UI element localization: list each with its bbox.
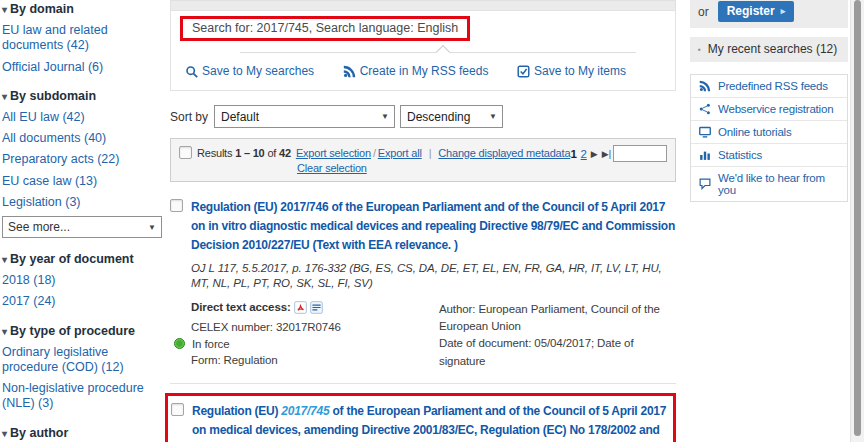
next-page-icon[interactable]: ▶ [591,149,598,159]
result-1-author: Author: European Parliament, Council of … [439,301,676,336]
facet-heading-by-year[interactable]: ▾By year of document [2,252,160,266]
webservice-registration-link[interactable]: Webservice registration [691,97,847,120]
collapse-notch-icon [436,45,450,59]
page-jump-input[interactable] [613,145,667,162]
vertical-scrollbar-track[interactable] [850,0,864,442]
sort-field-select[interactable]: Default ▼ [214,105,395,128]
online-tutorials-link[interactable]: Online tutorials [691,120,847,143]
last-page-icon[interactable]: ▶| [602,149,611,159]
facet-link-all-eu-law[interactable]: All EU law (42) [2,110,160,125]
my-recent-searches-button[interactable]: ▪ My recent searches (12) [690,37,848,62]
right-sidebar: or Register ▸ ▪ My recent searches (12) … [690,0,848,202]
result-1-status-label: In force [192,338,230,350]
see-more-select[interactable]: See more... ▼ [2,216,162,238]
result-1-checkbox[interactable] [170,199,183,212]
quick-link-label: Online tutorials [718,126,792,138]
in-force-status-icon [174,338,185,349]
facet-link-2017[interactable]: 2017 (24) [2,294,160,309]
facet-sidebar: ▾By domain EU law and related documents … [0,0,160,442]
clear-selection-link[interactable]: Clear selection [297,162,367,174]
save-to-my-items-button[interactable]: Save to My items [517,64,626,78]
collapse-triangle-icon: ▾ [2,91,7,102]
save-to-my-searches-button[interactable]: Save to My searches [185,64,314,78]
or-label: or [698,5,709,19]
page-2-link[interactable]: 2 [581,148,587,160]
result-1-title-link[interactable]: Regulation (EU) 2017/746 of the European… [191,200,675,252]
annotation-red-box-search: Search for: 2017/745, Search language: E… [180,16,470,41]
statistics-link[interactable]: Statistics [691,143,847,166]
my-recent-searches-label: My recent searches (12) [708,42,837,56]
facet-link-preparatory-acts[interactable]: Preparatory acts (22) [2,152,160,167]
facet-heading-by-subdomain[interactable]: ▾By subdomain [2,89,160,103]
search-term-highlight: 2017/745 [281,404,329,418]
facet-heading-label: By author [10,426,68,440]
result-1-content: Regulation (EU) 2017/746 of the European… [191,197,676,370]
result-1-status-row: In force [174,338,429,350]
slash-separator: / [373,147,376,159]
facet-link-cod[interactable]: Ordinary legislative procedure (COD) (12… [2,345,160,376]
sort-field-value: Default [221,110,259,124]
facet-link-2018[interactable]: 2018 (18) [2,273,160,288]
quick-link-label: Predefined RSS feeds [718,80,828,92]
facet-heading-label: By subdomain [10,89,96,103]
facet-group-author: ▾By author European Commission (13) Coun… [2,426,160,442]
create-rss-feed-button[interactable]: Create in My RSS feeds [343,64,489,78]
arrow-right-icon: ▸ [781,6,786,16]
facet-group-domain: ▾By domain EU law and related documents … [2,2,160,75]
facet-group-subdomain: ▾By subdomain All EU law (42) All docume… [2,89,160,238]
direct-text-access-label: Direct text access: [191,301,291,313]
result-1-form: Form: Regulation [191,354,429,366]
sort-toolbar: Sort by Default ▼ Descending ▼ [170,105,676,128]
quick-link-label: Webservice registration [718,103,833,115]
facet-link-all-documents[interactable]: All documents (40) [2,131,160,146]
annotation-red-box-result: Regulation (EU) 2017/745 of the European… [165,393,676,442]
register-button[interactable]: Register ▸ [718,1,795,22]
vertical-scrollbar-thumb[interactable] [854,0,861,436]
facet-group-procedure: ▾By type of procedure Ordinary legislati… [2,324,160,412]
change-displayed-metadata-link[interactable]: Change displayed metadata [438,147,570,159]
facet-heading-by-procedure[interactable]: ▾By type of procedure [2,324,160,338]
results-toolbar-line2: Clear selection [297,162,667,174]
facet-link-eu-law[interactable]: EU law and related documents (42) [2,23,160,54]
pdf-icon[interactable] [294,301,307,314]
search-form-bottom-strip [170,0,676,10]
search-summary-text: Search for: 2017/745, Search language: E… [192,21,458,35]
search-results-page: ▾By domain EU law and related documents … [0,0,864,442]
sort-direction-select[interactable]: Descending ▼ [400,105,503,128]
webservice-icon [699,103,711,115]
page-1-current: 1 [570,148,576,160]
result-2-title-link[interactable]: Regulation (EU) 2017/745 of the European… [192,404,666,442]
results-toolbar: Results 1 – 10 of 42 Export selection/Ex… [170,138,676,182]
html-icon[interactable] [310,301,323,314]
facet-link-nle[interactable]: Non-legislative procedure (NLE) (3) [2,381,160,412]
select-all-checkbox[interactable] [179,146,192,159]
predefined-rss-feeds-link[interactable]: Predefined RSS feeds [691,75,847,97]
result-2-checkbox[interactable] [171,403,184,416]
collapse-triangle-icon: ▾ [2,254,7,265]
rss-icon [699,80,711,92]
facet-link-legislation[interactable]: Legislation (3) [2,195,160,210]
search-actions-row: Save to My searches Create in My RSS fee… [180,64,666,78]
speech-bubble-icon [699,178,711,190]
chevron-down-icon: ▼ [148,223,156,232]
facet-link-eu-case-law[interactable]: EU case law (13) [2,174,160,189]
export-selection-link[interactable]: Export selection [296,147,371,159]
save-items-icon [517,65,530,78]
bar-chart-icon [699,149,711,161]
create-rss-feed-label: Create in My RSS feeds [360,64,489,78]
facet-heading-by-domain[interactable]: ▾By domain [2,2,160,16]
monitor-icon [699,126,711,138]
save-to-my-items-label: Save to My items [534,64,626,78]
facet-heading-by-author[interactable]: ▾By author [2,426,160,440]
register-box: or Register ▸ [690,0,848,28]
results-main-column: Search for: 2017/745, Search language: E… [170,0,676,442]
see-more-label: See more... [8,220,70,234]
facet-link-official-journal[interactable]: Official Journal (6) [2,60,160,75]
result-2-content: Regulation (EU) 2017/745 of the European… [192,401,668,442]
result-1-metadata-right: Author: European Parliament, Council of … [439,301,676,370]
result-separator [170,383,676,384]
pagination: 1 2 ▶ ▶| [570,148,611,160]
save-search-icon [185,65,198,78]
export-all-link[interactable]: Export all [378,147,422,159]
feedback-link[interactable]: We'd like to hear from you [691,166,847,201]
